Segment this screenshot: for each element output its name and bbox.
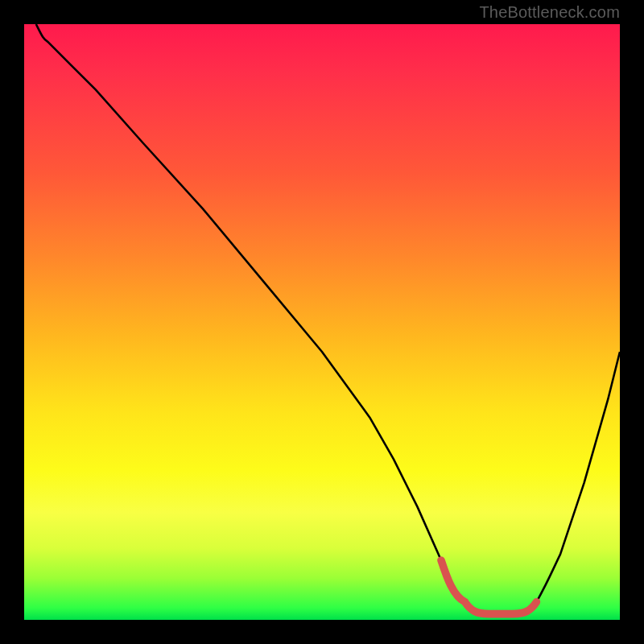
bottleneck-curve-path xyxy=(36,24,620,614)
curve-svg xyxy=(24,24,620,620)
chart-frame: TheBottleneck.com xyxy=(0,0,644,644)
optimal-range-highlight-path xyxy=(441,560,536,614)
plot-area xyxy=(24,24,620,620)
attribution-label: TheBottleneck.com xyxy=(479,3,620,22)
